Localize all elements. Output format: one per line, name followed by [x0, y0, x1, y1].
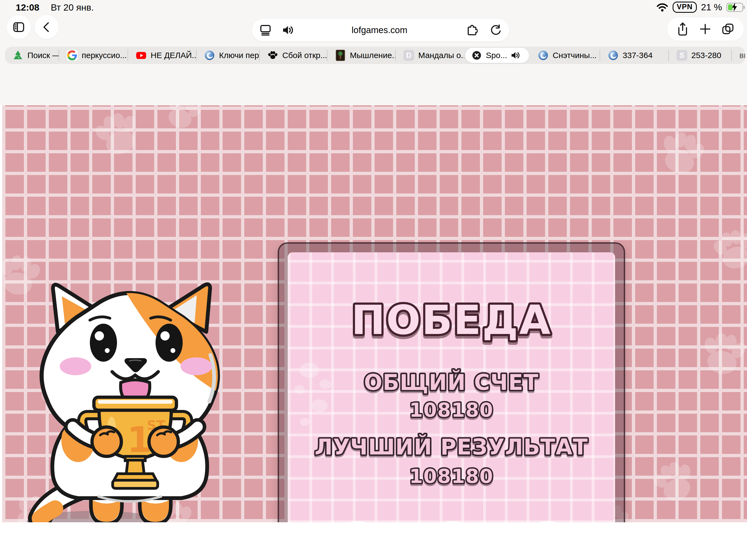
google-favicon: [67, 50, 78, 61]
address-bar[interactable]: lofgames.com: [252, 19, 509, 41]
sidebar-icon: [13, 22, 24, 32]
tab-audio-icon[interactable]: [511, 51, 520, 60]
clock: 12:08: [16, 2, 40, 13]
tab-percussion[interactable]: перкуссио...: [59, 47, 128, 64]
tab-spotify-active[interactable]: Spo...: [465, 48, 529, 63]
paw-favicon: [267, 50, 278, 61]
tree-favicon: [12, 50, 23, 61]
tab-snatchiny[interactable]: Снэтчины...: [530, 47, 600, 64]
vpn-badge: VPN: [673, 2, 697, 13]
game-viewport: 1 ST: [2, 105, 747, 522]
browser-chrome: 12:08 Вт 20 янв. VPN 21 %: [0, 0, 747, 105]
letter-s-favicon: S: [676, 50, 687, 61]
audio-playing-icon[interactable]: [282, 25, 294, 35]
charging-bolt-icon: [731, 2, 738, 12]
battery-icon: [726, 3, 743, 12]
youtube-favicon: [136, 50, 147, 61]
tab-253-280[interactable]: S 253-280: [669, 47, 732, 64]
page-display-icon: [260, 24, 271, 36]
tab-bar: Поиск — перкуссио... НЕ Д: [5, 47, 745, 64]
tabs-overview-icon[interactable]: [721, 23, 735, 35]
x-circle-favicon: [471, 50, 482, 61]
globe-swirl-favicon: [538, 50, 548, 61]
status-bar-right: VPN 21 %: [656, 2, 743, 13]
total-score-label: ОБЩИЙ СЧЕТ: [364, 370, 539, 395]
back-button[interactable]: [35, 15, 59, 39]
globe-swirl-favicon: [608, 50, 619, 61]
battery-percent: 21 %: [701, 2, 722, 12]
wifi-icon: [656, 3, 668, 12]
url-text[interactable]: lofgames.com: [294, 25, 465, 35]
status-bar-left: 12:08 Вт 20 янв.: [16, 2, 94, 13]
tab-search[interactable]: Поиск —: [5, 47, 59, 64]
chevron-left-icon: [41, 21, 52, 33]
tab-partial[interactable]: вит...: [732, 47, 745, 64]
toolbar-right-group: [667, 17, 744, 41]
battery-nub: [744, 6, 745, 9]
best-score-label: ЛУЧШИЙ РЕЗУЛЬТАТ: [315, 434, 588, 460]
share-icon[interactable]: [676, 22, 689, 36]
letter-d-favicon: D: [403, 50, 414, 61]
cat-mascot: 1 ST: [17, 276, 242, 522]
victory-panel: ПОБЕДА ОБЩИЙ СЧЕТ 108180 ЛУЧШИЙ РЕЗУЛЬТА…: [278, 242, 625, 522]
image-thumbnail-favicon: [335, 50, 346, 61]
globe-swirl-favicon: [204, 50, 215, 61]
total-score-value: 108180: [409, 399, 493, 421]
tab-youtube[interactable]: НЕ ДЕЛАЙ...: [128, 47, 197, 64]
sidebar-toggle-button[interactable]: [7, 15, 31, 39]
date: Вт 20 янв.: [51, 2, 94, 13]
tab-thinking[interactable]: Мышление...: [327, 47, 396, 64]
reload-icon[interactable]: [489, 24, 501, 36]
victory-title: ПОБЕДА: [351, 297, 551, 344]
best-score-value: 108180: [409, 465, 493, 487]
tab-keys[interactable]: Ключи пер...: [197, 47, 260, 64]
tab-mandalas[interactable]: D Мандалы о...: [396, 47, 464, 64]
tab-fail-open[interactable]: Сбой откр...: [260, 47, 327, 64]
victory-panel-text: ПОБЕДА ОБЩИЙ СЧЕТ 108180 ЛУЧШИЙ РЕЗУЛЬТА…: [279, 244, 624, 522]
tab-337-364[interactable]: 337-364: [600, 47, 669, 64]
new-tab-plus-icon[interactable]: [699, 23, 711, 35]
extensions-puzzle-icon[interactable]: [465, 24, 478, 36]
